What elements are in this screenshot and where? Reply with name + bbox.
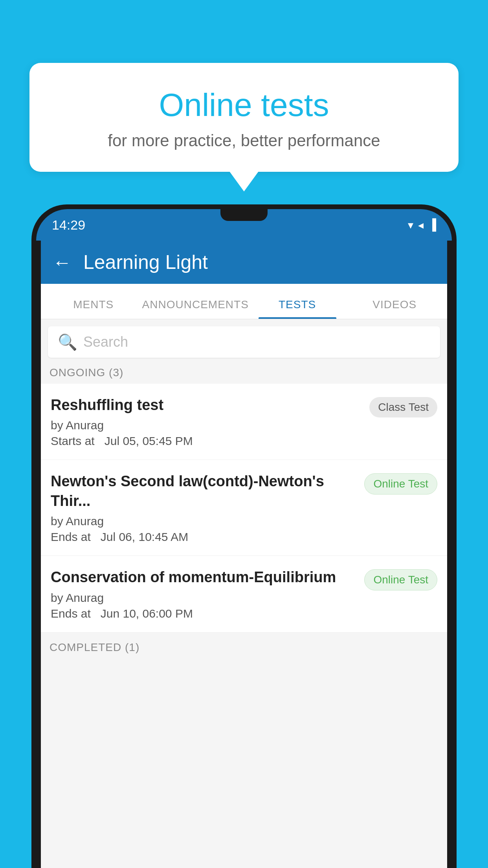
signal-icon: ◂ — [418, 219, 424, 232]
test-author-2: by Anurag — [51, 515, 356, 528]
bubble-title: Online tests — [49, 86, 439, 123]
test-time-2: Ends at Jul 06, 10:45 AM — [51, 530, 356, 544]
test-list: Reshuffling test by Anurag Starts at Jul… — [41, 384, 447, 633]
test-info-1: Reshuffling test by Anurag Starts at Jul… — [51, 395, 369, 448]
tab-announcements[interactable]: ANNOUNCEMENTS — [142, 298, 249, 319]
tab-tests[interactable]: TESTS — [249, 298, 346, 319]
ongoing-section-header: ONGOING (3) — [41, 358, 447, 384]
test-item-1[interactable]: Reshuffling test by Anurag Starts at Jul… — [41, 384, 447, 460]
app-title: Learning Light — [83, 251, 208, 274]
test-badge-3: Online Test — [364, 569, 437, 590]
search-icon: 🔍 — [58, 333, 77, 351]
content-area: 🔍 Search ONGOING (3) Reshuffling test by… — [41, 319, 447, 868]
tab-ments[interactable]: MENTS — [45, 298, 142, 319]
test-badge-2: Online Test — [364, 473, 437, 495]
search-bar[interactable]: 🔍 Search — [48, 326, 440, 358]
battery-icon: ▐ — [428, 219, 436, 231]
phone-inner: 14:29 ▾ ◂ ▐ ← Learning Light MENTS ANNOU… — [36, 209, 452, 868]
phone-screen: ← Learning Light MENTS ANNOUNCEMENTS TES… — [41, 241, 447, 868]
completed-section-header: COMPLETED (1) — [41, 633, 447, 658]
test-badge-1: Class Test — [369, 397, 437, 417]
test-info-3: Conservation of momentum-Equilibrium by … — [51, 568, 364, 620]
test-item-3[interactable]: Conservation of momentum-Equilibrium by … — [41, 556, 447, 632]
test-name-1: Reshuffling test — [51, 395, 361, 415]
status-time: 14:29 — [52, 217, 85, 233]
app-bar: ← Learning Light — [41, 241, 447, 284]
test-author-1: by Anurag — [51, 419, 361, 432]
status-icons: ▾ ◂ ▐ — [408, 219, 436, 232]
test-name-2: Newton's Second law(contd)-Newton's Thir… — [51, 472, 356, 511]
search-placeholder: Search — [83, 334, 128, 350]
status-bar: 14:29 ▾ ◂ ▐ — [36, 209, 452, 241]
tab-bar: MENTS ANNOUNCEMENTS TESTS VIDEOS — [41, 284, 447, 319]
test-author-3: by Anurag — [51, 591, 356, 605]
wifi-icon: ▾ — [408, 219, 413, 232]
test-time-3: Ends at Jun 10, 06:00 PM — [51, 607, 356, 620]
phone-frame: 14:29 ▾ ◂ ▐ ← Learning Light MENTS ANNOU… — [31, 204, 457, 868]
tab-videos[interactable]: VIDEOS — [346, 298, 443, 319]
notch — [220, 209, 268, 221]
back-button[interactable]: ← — [53, 252, 72, 273]
bubble-subtitle: for more practice, better performance — [49, 131, 439, 150]
test-item-2[interactable]: Newton's Second law(contd)-Newton's Thir… — [41, 460, 447, 556]
test-info-2: Newton's Second law(contd)-Newton's Thir… — [51, 472, 364, 544]
test-name-3: Conservation of momentum-Equilibrium — [51, 568, 356, 587]
test-time-1: Starts at Jul 05, 05:45 PM — [51, 434, 361, 448]
speech-bubble: Online tests for more practice, better p… — [29, 63, 459, 172]
